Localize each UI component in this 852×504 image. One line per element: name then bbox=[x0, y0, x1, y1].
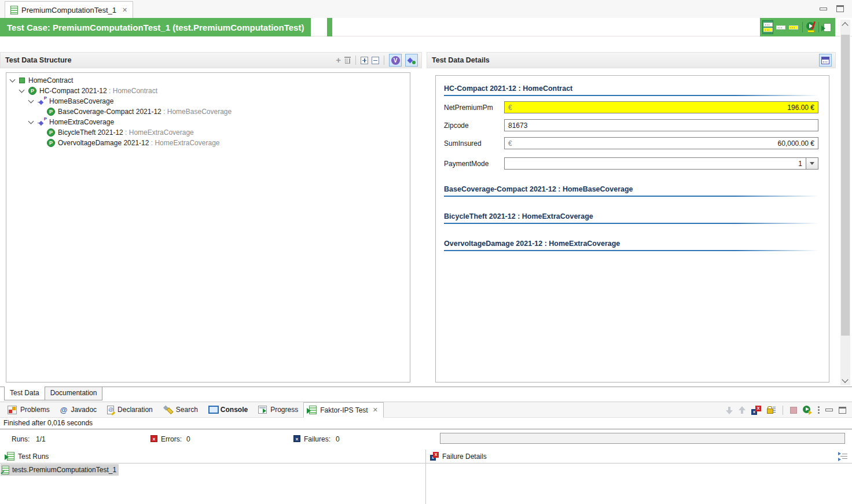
search-icon bbox=[163, 405, 172, 414]
association-icon bbox=[38, 118, 47, 126]
maximize-icon[interactable] bbox=[836, 5, 844, 12]
editor-tab-label: PremiumComputationTest_1 bbox=[21, 6, 116, 14]
details-panel-title: Test Data Details bbox=[432, 56, 490, 64]
tab-label: Problems bbox=[20, 406, 50, 414]
banner-accent-bar bbox=[327, 18, 332, 36]
show-failures-only-icon[interactable]: xX bbox=[751, 406, 761, 415]
show-all-values-button[interactable] bbox=[762, 20, 773, 34]
test-runs-title: Test Runs bbox=[18, 453, 49, 461]
tree-row[interactable]: HomeBaseCoverage bbox=[6, 96, 410, 106]
view-toolbar: xX bbox=[726, 402, 846, 418]
details-section: BicycleTheft 2021-12 : HomeExtraCoverage bbox=[444, 212, 818, 224]
toolbar-separator bbox=[355, 56, 356, 65]
previous-failure-icon[interactable] bbox=[739, 406, 746, 414]
editor-tab[interactable]: PremiumComputationTest_1 ✕ bbox=[5, 1, 133, 18]
editor-page-tab-documentation[interactable]: Documentation bbox=[45, 387, 103, 400]
tab-javadoc[interactable]: @Javadoc bbox=[55, 402, 102, 417]
product-cmpt-icon bbox=[47, 108, 55, 116]
tab-search[interactable]: Search bbox=[158, 402, 203, 417]
next-failure-icon[interactable] bbox=[726, 406, 733, 414]
field-label: SumInsured bbox=[444, 139, 504, 148]
toggle-association-button[interactable] bbox=[405, 54, 418, 67]
declaration-icon bbox=[107, 406, 114, 414]
close-icon[interactable]: ✕ bbox=[122, 6, 127, 14]
test-data-details: HC-Compact 2021-12 : HomeContractNetPrem… bbox=[435, 75, 829, 382]
tree-row[interactable]: HC-Compact 2021-12 : HomeContract bbox=[6, 86, 410, 96]
scroll-down-icon[interactable] bbox=[842, 376, 848, 382]
chevron-down-icon[interactable] bbox=[19, 87, 25, 93]
minimize-icon[interactable] bbox=[825, 409, 833, 411]
rerun-test-icon[interactable] bbox=[803, 406, 812, 415]
toggle-detail-view-button[interactable] bbox=[819, 54, 832, 67]
scroll-lock-icon[interactable] bbox=[767, 406, 776, 414]
test-view-split: Test Runs tests.PremiumComputationTest_1… bbox=[0, 450, 852, 504]
test-data-structure-tree[interactable]: HomeContractHC-Compact 2021-12 : HomeCon… bbox=[6, 72, 410, 382]
show-expected-values-button[interactable] bbox=[788, 20, 799, 34]
scrollbar-thumb[interactable] bbox=[841, 35, 850, 336]
tree-item-type: : HomeExtraCoverage bbox=[123, 128, 194, 137]
details-panel-header: Test Data Details bbox=[427, 52, 836, 68]
show-stack-trace-icon[interactable] bbox=[838, 452, 847, 461]
suminsured-input[interactable]: €60,000.00 € bbox=[504, 137, 818, 149]
expand-all-icon[interactable] bbox=[361, 57, 368, 64]
tree-row[interactable]: HomeExtraCoverage bbox=[6, 117, 410, 127]
chevron-down-icon[interactable] bbox=[28, 98, 34, 104]
minimize-icon[interactable] bbox=[820, 8, 827, 10]
tree-item-label: BaseCoverage-Compact 2021-12 bbox=[58, 108, 161, 116]
structure-toolbar: + bbox=[336, 54, 418, 67]
run-and-store-button[interactable] bbox=[806, 21, 816, 33]
section-title: BicycleTheft 2021-12 : HomeExtraCoverage bbox=[444, 212, 818, 220]
stop-test-icon[interactable] bbox=[790, 407, 797, 414]
details-toolbar bbox=[819, 54, 832, 67]
editor-tab-bar: PremiumComputationTest_1 ✕ bbox=[0, 0, 852, 18]
netpremiumpm-input[interactable]: €196.00 € bbox=[504, 101, 818, 113]
run-test-button[interactable] bbox=[822, 20, 833, 34]
editor-scrollbar[interactable] bbox=[840, 20, 850, 385]
toolbar-separator bbox=[802, 22, 803, 32]
dropdown-button[interactable] bbox=[806, 157, 818, 170]
scroll-up-icon[interactable] bbox=[842, 22, 848, 28]
tree-row[interactable]: BaseCoverage-Compact 2021-12 : HomeBaseC… bbox=[6, 106, 410, 117]
tab-declaration[interactable]: Declaration bbox=[102, 402, 158, 417]
tree-row[interactable]: HomeContract bbox=[6, 75, 410, 86]
section-title: HC-Compact 2021-12 : HomeContract bbox=[444, 84, 818, 93]
collapse-all-icon[interactable] bbox=[372, 57, 379, 64]
failure-details-pane: xX Failure Details bbox=[426, 450, 852, 504]
banner-title-block: Test Case: PremiumComputationTest_1 (tes… bbox=[0, 18, 311, 36]
tree-row[interactable]: OvervoltageDamage 2021-12 : HomeExtraCov… bbox=[6, 138, 410, 148]
test-progress-bar bbox=[440, 433, 845, 444]
faktor-ips-test-view: Problems@JavadocDeclarationSearchConsole… bbox=[0, 402, 852, 504]
toolbar-separator bbox=[384, 56, 384, 65]
console-icon bbox=[208, 406, 217, 414]
close-icon[interactable]: ✕ bbox=[373, 406, 378, 414]
tab-console[interactable]: Console bbox=[203, 402, 253, 417]
show-input-values-button[interactable] bbox=[775, 20, 786, 34]
zipcode-input[interactable]: 81673 bbox=[504, 119, 818, 131]
toggle-validation-button[interactable] bbox=[389, 54, 402, 67]
add-icon[interactable]: + bbox=[336, 56, 341, 64]
paymentmode-input[interactable]: 1 bbox=[504, 157, 806, 170]
tab-label: Faktor-IPS Test bbox=[320, 406, 368, 414]
run-underline-icon bbox=[807, 30, 814, 32]
details-section: HC-Compact 2021-12 : HomeContractNetPrem… bbox=[444, 84, 818, 170]
toolbar-separator bbox=[783, 406, 783, 415]
tree-item-type: : HomeContract bbox=[107, 87, 157, 95]
tab-faktor-ips-test[interactable]: Faktor-IPS Test✕ bbox=[303, 402, 384, 418]
field-row: SumInsured€60,000.00 € bbox=[444, 137, 818, 149]
test-run-stats: Runs: 1/1 x Errors: 0 x Failures: 0 bbox=[0, 429, 852, 450]
tab-progress[interactable]: Progress bbox=[253, 402, 303, 417]
editor-page-tab-test-data[interactable]: Test Data bbox=[4, 387, 45, 400]
delete-icon[interactable] bbox=[344, 57, 351, 64]
chevron-down-icon[interactable] bbox=[28, 119, 34, 124]
product-cmpt-icon bbox=[47, 139, 55, 147]
structure-panel-title: Test Data Structure bbox=[5, 56, 71, 64]
chevron-down-icon[interactable] bbox=[10, 77, 16, 83]
view-menu-icon[interactable] bbox=[818, 406, 820, 414]
maximize-icon[interactable] bbox=[839, 407, 846, 414]
currency-prefix: € bbox=[508, 139, 512, 148]
test-run-list[interactable]: tests.PremiumComputationTest_1 bbox=[0, 463, 425, 476]
test-run-item[interactable]: tests.PremiumComputationTest_1 bbox=[1, 464, 119, 476]
javadoc-icon: @ bbox=[60, 406, 68, 414]
tab-problems[interactable]: Problems bbox=[2, 402, 55, 417]
tree-row[interactable]: BicycleTheft 2021-12 : HomeExtraCoverage bbox=[6, 127, 410, 138]
